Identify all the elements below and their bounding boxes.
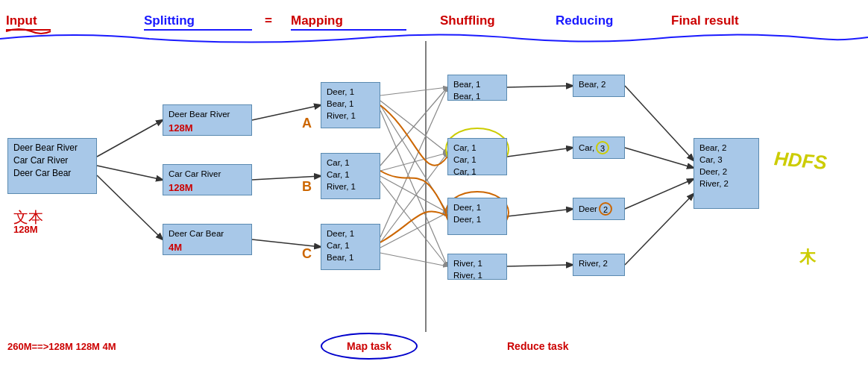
map-box-1-line3: River, 1 xyxy=(327,110,374,122)
map-box-3-line2: Car, 1 xyxy=(327,239,374,251)
svg-line-20 xyxy=(380,213,447,248)
split-box-1: Deer Bear River 128M xyxy=(163,104,252,136)
map-box-1-line1: Deer, 1 xyxy=(327,86,374,98)
split-box-2-size: 128M xyxy=(169,181,246,195)
svg-line-28 xyxy=(625,179,694,209)
bottom-size-label: 260M==>128M 128M 4M xyxy=(7,341,116,352)
svg-line-29 xyxy=(625,194,694,265)
shuffle-box-3: Deer, 1 Deer, 1 xyxy=(447,198,507,235)
svg-line-6 xyxy=(97,175,163,239)
reduce-box-3: Deer 2 xyxy=(573,198,625,220)
map-box-3-line1: Deer, 1 xyxy=(327,228,374,239)
split-box-3: Deer Car Bear 4M xyxy=(163,224,252,255)
shuffle-box-2-line3: Car, 1 xyxy=(453,166,501,178)
input-label: Input xyxy=(6,13,37,28)
shuffle-box-3-line1: Deer, 1 xyxy=(453,201,501,213)
annot-B: B xyxy=(302,179,312,195)
svg-line-22 xyxy=(507,86,573,87)
input-line2: Car Car River xyxy=(13,155,68,166)
svg-line-11 xyxy=(380,101,447,153)
svg-line-26 xyxy=(625,86,694,160)
input-box: Deer Bear River Car Car River Deer Car B… xyxy=(7,138,97,194)
reduce-box-2: Car, 3 xyxy=(573,137,625,159)
map-box-1-line2: Bear, 1 xyxy=(327,98,374,110)
reducing-label: Reducing xyxy=(556,13,613,28)
reduce-task-label: Reduce task xyxy=(507,340,568,352)
svg-line-5 xyxy=(97,166,163,180)
svg-line-24 xyxy=(507,209,573,216)
svg-line-27 xyxy=(625,148,694,168)
final-line3: Deer, 2 xyxy=(699,166,753,178)
shuffling-label: Shuffling xyxy=(440,13,495,28)
split-box-1-text: Deer Bear River xyxy=(169,108,246,120)
tree-annotation: 木 xyxy=(799,246,816,269)
svg-line-4 xyxy=(97,120,163,157)
final-line4: River, 2 xyxy=(699,178,753,189)
final-box: Bear, 2 Car, 3 Deer, 2 River, 2 xyxy=(694,138,759,209)
shuffle-box-3-line2: Deer, 1 xyxy=(453,213,501,225)
reduce-box-1-text: Bear, 2 xyxy=(579,78,619,90)
reduce-box-4: River, 2 xyxy=(573,254,625,276)
svg-line-18 xyxy=(380,87,447,237)
svg-line-14 xyxy=(380,87,447,166)
reduce-box-4-text: River, 2 xyxy=(579,257,619,269)
map-box-2: Car, 1 Car, 1 River, 1 xyxy=(321,153,380,199)
input-size-label: 128M xyxy=(13,224,38,235)
input-line3: Deer Car Bear xyxy=(13,168,71,178)
split-box-1-size: 128M xyxy=(169,122,246,135)
shuffle-box-2: Car, 1 Car, 1 Car, 1 xyxy=(447,138,507,175)
final-line1: Bear, 2 xyxy=(699,142,753,154)
final-line2: Car, 3 xyxy=(699,154,753,166)
map-box-1: Deer, 1 Bear, 1 River, 1 xyxy=(321,82,380,128)
reduce-box-3-text: Deer xyxy=(579,203,597,215)
shuffle-box-4: River, 1 River, 1 xyxy=(447,254,507,280)
annot-C: C xyxy=(302,246,312,262)
reduce-box-1: Bear, 2 xyxy=(573,75,625,97)
map-box-2-line3: River, 1 xyxy=(327,181,374,192)
map-box-3: Deer, 1 Car, 1 Bear, 1 xyxy=(321,224,380,270)
map-task-label: Map task xyxy=(347,340,391,352)
diagram: Input Splitting = Mapping Shuffling Redu… xyxy=(0,0,868,373)
shuffle-box-1: Bear, 1 Bear, 1 xyxy=(447,75,507,101)
map-box-2-line1: Car, 1 xyxy=(327,157,374,169)
svg-line-25 xyxy=(507,265,573,266)
reduce-box-2-text-car: Car, xyxy=(579,142,594,154)
shuffle-box-1-line2: Bear, 1 xyxy=(453,90,501,102)
shuffle-box-2-line2: Car, 1 xyxy=(453,154,501,166)
svg-line-19 xyxy=(380,153,447,242)
final-result-label: Final result xyxy=(671,13,739,28)
shuffle-box-4-line2: River, 1 xyxy=(453,269,501,281)
map-box-2-line2: Car, 1 xyxy=(327,169,374,181)
svg-line-21 xyxy=(380,253,447,266)
splitting-label: Splitting xyxy=(144,13,195,28)
reduce-box-2-circled: 3 xyxy=(596,141,609,154)
svg-line-16 xyxy=(380,176,447,213)
svg-line-12 xyxy=(380,105,447,213)
svg-line-15 xyxy=(380,153,447,171)
shuffle-box-1-line1: Bear, 1 xyxy=(453,78,501,90)
split-box-2-text: Car Car River xyxy=(169,168,246,180)
map-box-3-line3: Bear, 1 xyxy=(327,251,374,263)
shuffle-box-2-line1: Car, 1 xyxy=(453,142,501,154)
mapping-label: Mapping xyxy=(291,13,343,28)
input-line1: Deer Bear River xyxy=(13,142,78,153)
hdfs-annotation: HDFS xyxy=(773,147,828,175)
svg-line-10 xyxy=(380,87,447,95)
equals-label: = xyxy=(265,13,272,28)
map-task-oval: Map task xyxy=(321,333,418,360)
annot-A: A xyxy=(302,116,312,131)
split-box-3-text: Deer Car Bear xyxy=(169,228,246,239)
split-box-3-size: 4M xyxy=(169,241,246,254)
shuffle-box-4-line1: River, 1 xyxy=(453,257,501,269)
reduce-box-3-circled: 2 xyxy=(599,202,612,216)
svg-line-23 xyxy=(507,148,573,157)
svg-line-17 xyxy=(380,181,447,266)
svg-line-13 xyxy=(380,110,447,266)
split-box-2: Car Car River 128M xyxy=(163,164,252,195)
